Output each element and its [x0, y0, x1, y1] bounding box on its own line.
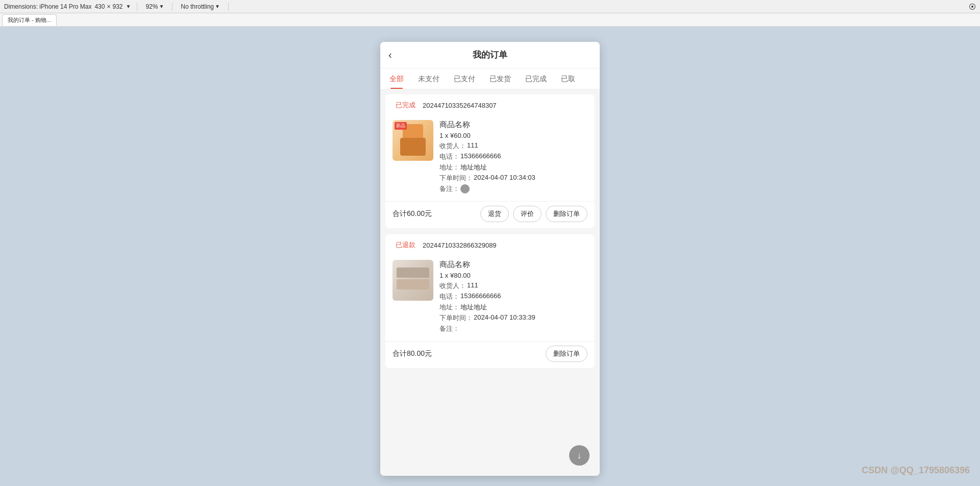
scroll-to-bottom-button[interactable]: ↓ — [569, 445, 590, 466]
order-total-1: 合计60.00元 — [393, 209, 432, 218]
order-actions-2: 删除订单 — [546, 346, 587, 362]
tab-unpaid-label: 未支付 — [418, 75, 439, 83]
product-qty-1: 1 x ¥60.00 — [439, 132, 587, 139]
order-status-1: 已完成 — [393, 100, 419, 111]
browser-toolbar: Dimensions: iPhone 14 Pro Max 430 × 932 … — [0, 0, 980, 13]
tab-shipped-label: 已发货 — [489, 75, 511, 83]
address-label-1: 地址： — [439, 163, 459, 172]
order-time-value-2: 2024-04-07 10:33:39 — [474, 313, 535, 323]
tab-shipped[interactable]: 已发货 — [482, 68, 518, 89]
review-button-1[interactable]: 评价 — [513, 206, 542, 222]
product-img-visual-2 — [393, 260, 433, 301]
tab-completed[interactable]: 已完成 — [518, 68, 554, 89]
tab-paid-label: 已支付 — [454, 75, 475, 83]
phone-value-1: 15366666666 — [460, 152, 501, 161]
receiver-row-2: 收货人： 111 — [439, 281, 587, 290]
page-header: ‹ 我的订单 — [380, 42, 600, 68]
order-info-2: 商品名称 1 x ¥80.00 收货人： 111 电话： 15366666666… — [439, 260, 587, 335]
phone-row-2: 电话： 15366666666 — [439, 292, 587, 301]
order-info-1: 商品名称 1 x ¥60.00 收货人： 111 电话： 15366666666… — [439, 120, 587, 195]
page-title: 我的订单 — [473, 49, 507, 61]
order-header-1: 已完成 20244710335264748307 — [385, 94, 595, 116]
chevron-down-icon: ▼ — [126, 4, 131, 9]
product-qty-2: 1 x ¥80.00 — [439, 272, 587, 279]
order-content-2: 商品名称 1 x ¥80.00 收货人： 111 电话： 15366666666… — [385, 256, 595, 341]
order-status-2: 已退款 — [393, 239, 419, 251]
address-value-1: 地址地址 — [460, 163, 487, 172]
zoom-value: 92% — [145, 3, 158, 10]
receiver-value-2: 111 — [467, 281, 478, 290]
total-label-1: 合计 — [393, 209, 407, 217]
order-number-1: 20244710335264748307 — [423, 102, 497, 109]
product-name-1: 商品名称 — [439, 120, 587, 130]
address-value-2: 地址地址 — [460, 303, 487, 312]
throttle-label: No throttling — [181, 3, 214, 10]
receiver-label-1: 收货人： — [439, 141, 466, 151]
tab-completed-label: 已完成 — [525, 75, 547, 83]
order-footer-1: 合计60.00元 退货 评价 删除订单 — [385, 201, 595, 228]
separator-2 — [172, 3, 173, 11]
address-row-1: 地址： 地址地址 — [439, 163, 587, 172]
tab-all[interactable]: 全部 — [382, 68, 411, 89]
settings-icon[interactable]: ⦿ — [969, 3, 976, 11]
product-badge-1: 新品 — [395, 122, 407, 130]
device-info: Dimensions: iPhone 14 Pro Max 430 × 932 … — [4, 3, 131, 10]
height-value: 932 — [112, 3, 122, 10]
browser-tab-bar: 我的订单 - 购物... — [0, 13, 980, 27]
receiver-label-2: 收货人： — [439, 281, 466, 290]
order-card-2: 已退款 20244710332866329089 商品名称 1 x ¥80.00… — [385, 234, 595, 368]
phone-frame: ‹ 我的订单 全部 未支付 已支付 已发货 已完成 已取 — [380, 42, 600, 476]
delete-button-1[interactable]: 删除订单 — [546, 206, 587, 222]
phone-label-2: 电话： — [439, 292, 459, 301]
order-header-2: 已退款 20244710332866329089 — [385, 234, 595, 256]
watermark: CSDN @QQ_1795806396 — [862, 465, 970, 476]
back-button[interactable]: ‹ — [388, 49, 392, 61]
order-actions-1: 退货 评价 删除订单 — [480, 206, 587, 222]
zoom-control[interactable]: 92% ▼ — [143, 3, 166, 11]
receiver-row-1: 收货人： 111 — [439, 141, 587, 151]
tab-cancelled[interactable]: 已取 — [554, 68, 582, 89]
refund-button-1[interactable]: 退货 — [480, 206, 509, 222]
phone-value-2: 15366666666 — [460, 292, 501, 301]
order-time-label-1: 下单时间： — [439, 174, 473, 183]
total-value-1: 60.00元 — [407, 209, 432, 217]
note-label-2: 备注： — [439, 324, 459, 333]
dimensions: 430 × 932 — [94, 3, 122, 10]
note-circle-1 — [460, 184, 470, 193]
note-label-1: 备注： — [439, 184, 459, 193]
order-total-2: 合计80.00元 — [393, 349, 432, 358]
tab-paid[interactable]: 已支付 — [447, 68, 482, 89]
note-row-1: 备注： — [439, 184, 587, 193]
separator-1 — [137, 3, 137, 11]
total-label-2: 合计 — [393, 349, 407, 357]
delete-button-2[interactable]: 删除订单 — [546, 346, 587, 362]
total-value-2: 80.00元 — [407, 349, 432, 357]
product-image-1: 新品 — [393, 120, 433, 161]
order-time-row-2: 下单时间： 2024-04-07 10:33:39 — [439, 313, 587, 323]
main-area: ‹ 我的订单 全部 未支付 已支付 已发货 已完成 已取 — [0, 27, 980, 486]
separator-3 — [228, 3, 229, 11]
order-footer-2: 合计80.00元 删除订单 — [385, 341, 595, 368]
order-number-2: 20244710332866329089 — [423, 241, 497, 249]
order-card-1: 已完成 20244710335264748307 新品 商品名称 1 x ¥60… — [385, 94, 595, 228]
phone-row-1: 电话： 15366666666 — [439, 152, 587, 161]
browser-tab-active[interactable]: 我的订单 - 购物... — [2, 14, 57, 26]
tab-unpaid[interactable]: 未支付 — [411, 68, 447, 89]
scroll-icon: ↓ — [577, 450, 582, 461]
tab-all-label: 全部 — [389, 75, 404, 83]
order-list: 已完成 20244710335264748307 新品 商品名称 1 x ¥60… — [380, 89, 600, 476]
phone-label-1: 电话： — [439, 152, 459, 161]
tab-label: 我的订单 - 购物... — [8, 16, 51, 24]
device-label: Dimensions: iPhone 14 Pro Max — [4, 3, 91, 10]
zoom-chevron-icon: ▼ — [159, 4, 164, 9]
note-row-2: 备注： — [439, 324, 587, 333]
throttle-control[interactable]: No throttling ▼ — [179, 3, 222, 11]
order-time-row-1: 下单时间： 2024-04-07 10:34:03 — [439, 174, 587, 183]
product-image-2 — [393, 260, 433, 301]
back-icon: ‹ — [388, 49, 392, 61]
order-tabs: 全部 未支付 已支付 已发货 已完成 已取 — [380, 68, 600, 89]
times-symbol: × — [107, 3, 110, 10]
order-time-value-1: 2024-04-07 10:34:03 — [474, 174, 535, 183]
width-value: 430 — [94, 3, 105, 10]
throttle-chevron-icon: ▼ — [215, 4, 220, 9]
